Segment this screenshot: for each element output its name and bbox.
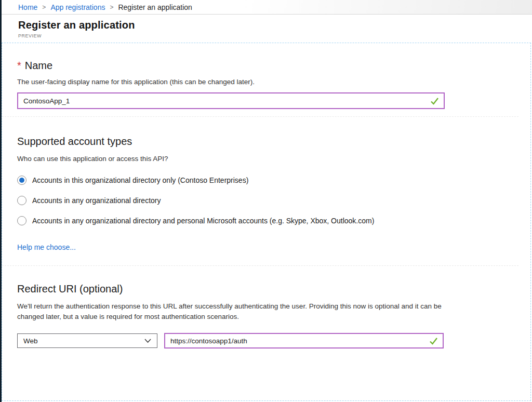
radio-button-icon bbox=[17, 176, 26, 185]
required-indicator: * bbox=[17, 60, 21, 71]
breadcrumb: Home > App registrations > Register an a… bbox=[2, 0, 532, 15]
redirect-uri-field bbox=[164, 333, 444, 349]
name-section-heading: *Name bbox=[17, 60, 518, 72]
section-divider bbox=[2, 265, 518, 266]
breadcrumb-current-page: Register an application bbox=[118, 3, 192, 11]
breadcrumb-home-link[interactable]: Home bbox=[18, 3, 37, 11]
radio-button-icon bbox=[17, 216, 26, 225]
window-edge bbox=[0, 0, 2, 402]
account-type-option-label: Accounts in any organizational directory… bbox=[32, 217, 374, 225]
chevron-down-icon bbox=[144, 339, 151, 343]
name-heading-text: Name bbox=[25, 60, 52, 71]
preview-badge: PREVIEW bbox=[18, 33, 532, 38]
redirect-type-value: Web bbox=[23, 337, 38, 345]
section-divider bbox=[2, 116, 518, 117]
account-type-option[interactable]: Accounts in this organizational director… bbox=[17, 176, 518, 185]
breadcrumb-separator: > bbox=[42, 4, 46, 11]
account-type-option[interactable]: Accounts in any organizational directory… bbox=[17, 216, 518, 225]
account-type-option[interactable]: Accounts in any organizational directory bbox=[17, 196, 518, 205]
register-application-form: *Name The user-facing display name for t… bbox=[2, 43, 531, 401]
redirect-type-select[interactable]: Web bbox=[17, 333, 157, 348]
name-description: The user-facing display name for this ap… bbox=[17, 78, 518, 86]
redirect-uri-description: We'll return the authentication response… bbox=[17, 301, 451, 322]
breadcrumb-app-registrations-link[interactable]: App registrations bbox=[50, 3, 105, 11]
page-header: Register an application PREVIEW bbox=[2, 15, 532, 42]
radio-button-icon bbox=[17, 196, 26, 205]
valid-checkmark-icon bbox=[430, 97, 439, 105]
account-types-heading: Supported account types bbox=[17, 136, 518, 148]
account-type-option-label: Accounts in any organizational directory bbox=[32, 196, 161, 205]
app-name-input[interactable] bbox=[18, 93, 430, 108]
help-me-choose-link[interactable]: Help me choose... bbox=[17, 243, 76, 251]
redirect-uri-row: Web bbox=[17, 333, 518, 349]
breadcrumb-separator: > bbox=[110, 4, 113, 11]
redirect-uri-heading: Redirect URI (optional) bbox=[17, 283, 518, 295]
app-name-field bbox=[17, 92, 445, 109]
account-type-option-label: Accounts in this organizational director… bbox=[32, 176, 248, 184]
page-title: Register an application bbox=[18, 19, 532, 31]
redirect-uri-input[interactable] bbox=[165, 334, 429, 347]
account-types-question: Who can use this application or access t… bbox=[17, 155, 518, 163]
valid-checkmark-icon bbox=[429, 337, 438, 345]
